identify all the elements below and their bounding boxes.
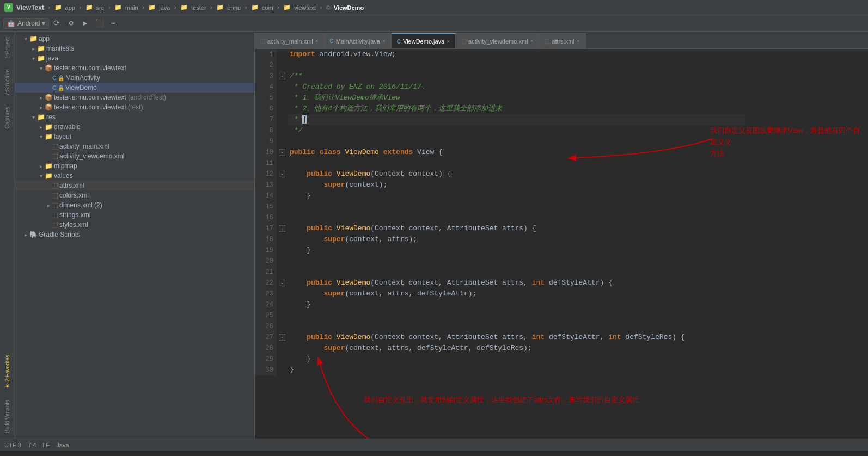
status-line: 7:4 bbox=[28, 442, 36, 448]
sidebar-captures-tab[interactable]: Captures bbox=[0, 101, 15, 134]
code-line-16: 16 bbox=[255, 212, 745, 223]
tree-item-styles-xml[interactable]: ▸ ⬚ styles.xml bbox=[15, 220, 254, 230]
tab-viewdemo-java[interactable]: C ViewDemo.java × bbox=[392, 33, 456, 48]
code-line-12: 12 - public ViewDemo(Context context) { bbox=[255, 169, 745, 180]
code-line-21: 21 bbox=[255, 267, 745, 278]
tree-item-activity-viewdemo-xml[interactable]: ▸ ⬚ activity_viewdemo.xml bbox=[15, 151, 254, 161]
close-viewdemo-tab[interactable]: × bbox=[447, 39, 450, 45]
code-editor[interactable]: 1 import android.view.View; 2 3 - /** bbox=[255, 49, 868, 439]
tree-item-manifests[interactable]: ▸ 📁 manifests bbox=[15, 44, 254, 53]
fold-marker-3[interactable]: - bbox=[279, 73, 285, 79]
tree-item-values[interactable]: ▾ 📁 values bbox=[15, 171, 254, 181]
status-java: Java bbox=[56, 442, 69, 448]
code-line-2: 2 bbox=[255, 60, 745, 71]
settings-btn[interactable]: ⚙ bbox=[64, 17, 77, 30]
code-line-22: 22 - public ViewDemo(Context context, At… bbox=[255, 278, 745, 288]
run-btn[interactable]: ⬛ bbox=[93, 17, 106, 30]
code-line-13: 13 super(context); bbox=[255, 180, 745, 190]
tree-item-dimens-xml[interactable]: ▸ ⬚ dimens.xml (2) bbox=[15, 200, 254, 210]
code-line-8: 8 */ bbox=[255, 125, 745, 136]
tree-item-pkg-test[interactable]: ▸ 📦 tester.ermu.com.viewtext (test) bbox=[15, 102, 254, 112]
sidebar-structure-tab[interactable]: 7:Structure bbox=[0, 64, 15, 101]
code-line-23: 23 super(context, attrs, defStyleAttr); bbox=[255, 288, 745, 299]
code-line-9: 9 bbox=[255, 136, 745, 147]
tab-activity-viewdemo-xml[interactable]: ⬚ activity_viewdemo.xml × bbox=[456, 33, 539, 48]
tab-mainactivity-java[interactable]: C MainActivity.java × bbox=[325, 33, 392, 48]
code-lines: 1 import android.view.View; 2 3 - /** bbox=[255, 49, 745, 439]
tree-item-strings-xml[interactable]: ▸ ⬚ strings.xml bbox=[15, 210, 254, 220]
sync-btn[interactable]: ⟳ bbox=[50, 17, 63, 30]
code-line-5: 5 * 1、我们让ViewDemo继承View bbox=[255, 93, 745, 103]
fold-marker-10[interactable]: - bbox=[279, 149, 285, 156]
tree-item-pkg-androidtest[interactable]: ▸ 📦 tester.ermu.com.viewtext (androidTes… bbox=[15, 93, 254, 102]
status-crlf: LF bbox=[42, 442, 50, 448]
tab-activity-main-xml[interactable]: ⬚ activity_main.xml × bbox=[255, 33, 325, 48]
tree-item-res[interactable]: ▾ 📁 res bbox=[15, 112, 254, 122]
tree-item-activity-main-xml[interactable]: ▸ ⬚ activity_main.xml bbox=[15, 141, 254, 151]
status-encoding: UTF-8 bbox=[4, 442, 21, 448]
title-bar: V ViewText › 📁 app › 📁 src › 📁 main › 📁 … bbox=[0, 0, 868, 15]
tab-bar: ⬚ activity_main.xml × C MainActivity.jav… bbox=[255, 32, 868, 49]
tree-item-mipmap[interactable]: ▸ 📁 mipmap bbox=[15, 161, 254, 171]
tree-item-drawable[interactable]: ▸ 📁 drawable bbox=[15, 122, 254, 132]
tab-attrs-xml[interactable]: ⬚ attrs.xml × bbox=[539, 33, 585, 48]
tree-item-gradle[interactable]: ▸ 🐘 Gradle Scripts bbox=[15, 230, 254, 239]
fold-marker-22[interactable]: - bbox=[279, 280, 285, 286]
code-line-1: 1 import android.view.View; bbox=[255, 49, 745, 60]
code-line-28: 28 super(context, attrs, defStyleAttr, d… bbox=[255, 343, 745, 354]
code-line-20: 20 bbox=[255, 256, 745, 267]
code-line-30: 30 } bbox=[255, 365, 745, 375]
code-line-29: 29 } bbox=[255, 354, 745, 365]
close-activity-main-tab[interactable]: × bbox=[315, 38, 319, 44]
tree-item-pkg-main[interactable]: ▾ 📦 tester.ermu.com.viewtext bbox=[15, 63, 254, 73]
dropdown-label: Android bbox=[17, 20, 40, 27]
main-layout: 1:Project 7:Structure Captures ★ 2:Favor… bbox=[0, 32, 868, 439]
status-bar: UTF-8 7:4 LF Java bbox=[0, 439, 868, 451]
code-line-17: 17 - public ViewDemo(Context context, At… bbox=[255, 223, 745, 234]
sidebar-tabs: 1:Project 7:Structure Captures ★ 2:Favor… bbox=[0, 32, 15, 439]
code-line-7: 7 * | bbox=[255, 114, 745, 125]
fold-marker-12[interactable]: - bbox=[279, 171, 285, 177]
code-line-14: 14 } bbox=[255, 190, 745, 201]
annotation-1: 我们自定义视图就要继承View，并且他有四个自定义义方法 bbox=[710, 125, 863, 159]
sidebar-project-tab[interactable]: 1:Project bbox=[0, 32, 15, 64]
code-line-6: 6 * 2、他有4个构造方法，我们常用的有两个，这里我全部添加进来 bbox=[255, 103, 745, 114]
code-line-10: 10 - public class ViewDemo extends View … bbox=[255, 147, 745, 158]
android-dropdown[interactable]: 🤖 Android ▾ bbox=[3, 18, 49, 29]
code-line-4: 4 * Created by ENZ on 2016/11/17. bbox=[255, 82, 745, 93]
editor-area: ⬚ activity_main.xml × C MainActivity.jav… bbox=[255, 32, 868, 439]
app-icon: V bbox=[4, 3, 13, 12]
tree-item-colors-xml[interactable]: ▸ ⬚ colors.xml bbox=[15, 190, 254, 200]
fold-marker-17[interactable]: - bbox=[279, 225, 285, 232]
sidebar-favorites-tab[interactable]: ★ 2:Favorites bbox=[0, 349, 15, 395]
sidebar-build-tab[interactable]: Build Variants bbox=[0, 395, 15, 439]
fold-marker-27[interactable]: - bbox=[279, 334, 285, 341]
code-line-19: 19 } bbox=[255, 245, 745, 256]
code-line-25: 25 bbox=[255, 310, 745, 321]
file-tree: ▾ 📁 app ▸ 📁 manifests ▾ 📁 java ▾ 📦 teste… bbox=[15, 32, 255, 439]
tree-item-app[interactable]: ▾ 📁 app bbox=[15, 34, 254, 44]
code-line-26: 26 bbox=[255, 321, 745, 332]
tree-item-java[interactable]: ▾ 📁 java bbox=[15, 53, 254, 63]
close-activity-viewdemo-tab[interactable]: × bbox=[530, 38, 534, 44]
build-btn[interactable]: ▶ bbox=[78, 17, 91, 30]
code-line-15: 15 bbox=[255, 201, 745, 212]
tree-item-viewdemo[interactable]: ▸ C 🔒 ViewDemo bbox=[15, 83, 254, 93]
close-attrs-tab[interactable]: × bbox=[577, 38, 580, 44]
close-mainactivity-tab[interactable]: × bbox=[382, 38, 386, 44]
code-line-27: 27 - public ViewDemo(Context context, At… bbox=[255, 332, 745, 343]
toolbar: 🤖 Android ▾ ⟳ ⚙ ▶ ⬛ ⋯ bbox=[0, 15, 868, 32]
code-line-24: 24 } bbox=[255, 299, 745, 310]
tree-item-attrs-xml[interactable]: ▸ ⬚ attrs.xml bbox=[15, 181, 254, 190]
code-line-18: 18 super(context, attrs); bbox=[255, 234, 745, 245]
title-app: ViewText bbox=[16, 4, 44, 11]
code-line-3: 3 - /** bbox=[255, 71, 745, 82]
tree-item-mainactivity[interactable]: ▸ C 🔒 MainActivity bbox=[15, 73, 254, 83]
tree-item-layout[interactable]: ▾ 📁 layout bbox=[15, 132, 254, 141]
annotation-2: 我们自定义视图，就要用到自定义属性，这里我创建了attrs文件，来写我们的自定义… bbox=[364, 395, 639, 406]
more-btn[interactable]: ⋯ bbox=[107, 17, 120, 30]
code-line-11: 11 bbox=[255, 158, 745, 169]
